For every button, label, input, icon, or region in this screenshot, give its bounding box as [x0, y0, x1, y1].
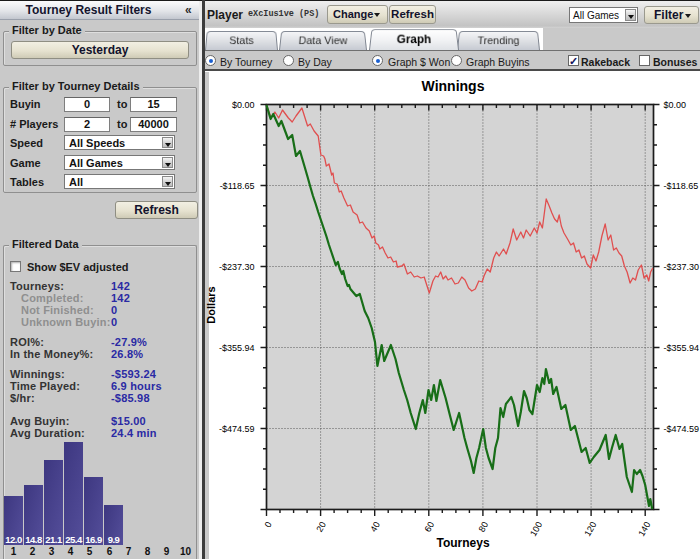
svg-text:-$237.30: -$237.30 [219, 262, 255, 272]
svg-text:-$355.94: -$355.94 [219, 343, 255, 353]
svg-text:-$355.94: -$355.94 [664, 343, 700, 353]
svg-text:$0.00: $0.00 [232, 100, 255, 110]
svg-text:Winnings: Winnings [422, 78, 485, 94]
svg-text:-$118.65: -$118.65 [220, 181, 255, 191]
svg-text:$0.00: $0.00 [664, 100, 687, 110]
svg-text:-$474.59: -$474.59 [664, 424, 700, 434]
svg-text:-$237.30: -$237.30 [664, 262, 700, 272]
svg-text:-$118.65: -$118.65 [664, 181, 699, 191]
svg-text:Tourneys: Tourneys [436, 536, 489, 550]
svg-text:Dollars: Dollars [205, 286, 217, 323]
svg-text:-$474.59: -$474.59 [219, 424, 255, 434]
